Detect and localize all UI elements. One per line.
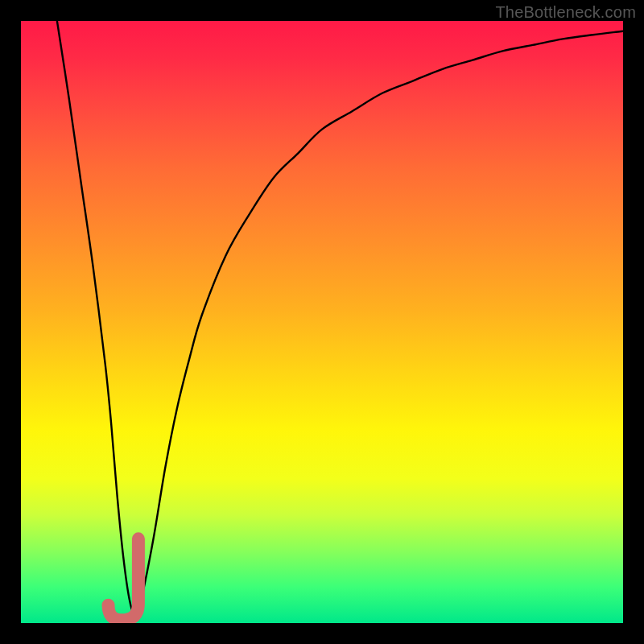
watermark-text: TheBottleneck.com <box>495 3 636 22</box>
outer-frame: TheBottleneck.com <box>0 0 644 644</box>
chart-svg <box>21 21 623 623</box>
gradient-background <box>21 21 623 623</box>
plot-area <box>21 21 623 623</box>
